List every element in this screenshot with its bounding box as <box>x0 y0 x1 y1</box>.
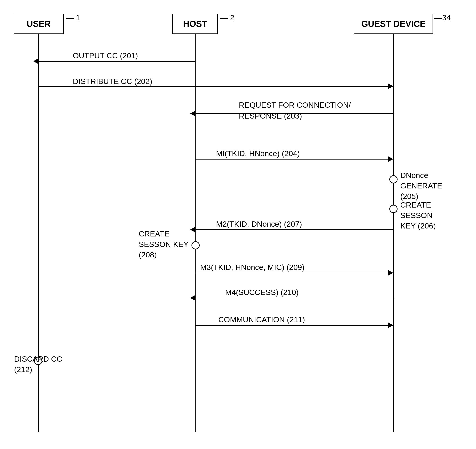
entity-host-label: HOST <box>183 19 207 29</box>
arrowhead-203 <box>190 111 195 116</box>
ref-user: — 1 <box>66 13 80 22</box>
ann-208: CREATESESSON KEY(208) <box>139 229 188 260</box>
label-210: M4(SUCCESS) (210) <box>225 288 299 297</box>
circle-208 <box>192 241 200 249</box>
label-204: MI(TKID, HNonce) (204) <box>216 149 300 158</box>
ann-212: DISCARD CC(212) <box>14 354 62 375</box>
arrowhead-210 <box>190 295 195 301</box>
arrow-line-211 <box>195 325 393 326</box>
label-211: COMMUNICATION (211) <box>218 315 305 324</box>
arrowhead-202 <box>388 84 393 89</box>
ref-host: — 2 <box>220 13 234 22</box>
circle-206 <box>389 205 397 213</box>
lifeline-host <box>195 34 196 432</box>
lifeline-guest <box>393 34 394 432</box>
sequence-diagram: USER — 1 HOST — 2 GUEST DEVICE —34 OUTPU… <box>0 0 476 449</box>
ann-206: CREATESESSONKEY (206) <box>400 200 436 231</box>
circle-205 <box>389 175 397 184</box>
arrowhead-209 <box>388 270 393 276</box>
label-201: OUTPUT CC (201) <box>73 51 138 60</box>
entity-user-label: USER <box>27 19 51 29</box>
entity-guest: GUEST DEVICE <box>354 14 433 34</box>
arrowhead-201 <box>33 58 38 64</box>
label-203: REQUEST FOR CONNECTION/RESPONSE (203) <box>239 100 351 121</box>
arrow-line-209 <box>195 273 393 273</box>
arrow-line-201 <box>38 61 195 62</box>
arrowhead-207 <box>190 227 195 232</box>
arrow-line-202 <box>38 86 393 87</box>
ann-205: DNonceGENERATE(205) <box>400 170 442 202</box>
arrow-line-210 <box>195 298 393 298</box>
entity-host: HOST <box>172 14 218 34</box>
arrowhead-204 <box>388 156 393 162</box>
ref-guest: —34 <box>434 13 451 22</box>
label-202: DISTRIBUTE CC (202) <box>73 77 152 86</box>
entity-user: USER <box>14 14 64 34</box>
label-207: M2(TKID, DNonce) (207) <box>216 220 302 229</box>
arrow-line-207 <box>195 229 393 230</box>
arrow-line-204 <box>195 159 393 160</box>
label-209: M3(TKID, HNonce, MIC) (209) <box>200 263 305 272</box>
arrowhead-211 <box>388 322 393 328</box>
entity-guest-label: GUEST DEVICE <box>361 19 426 29</box>
